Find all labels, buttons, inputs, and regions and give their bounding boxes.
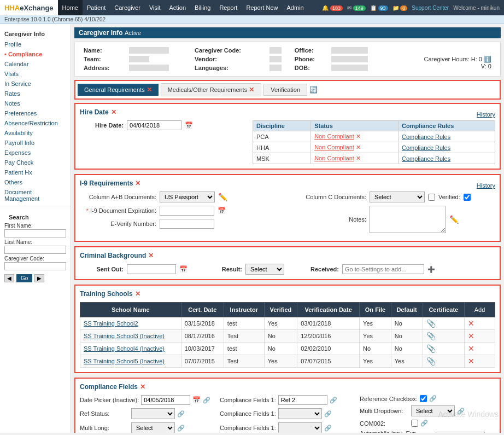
todos-badge[interactable]: 📋 93 [370, 5, 388, 11]
hire-date-history-link[interactable]: History [477, 111, 495, 118]
compliance-fields-1-input[interactable] [278, 395, 327, 405]
i9-close-icon[interactable]: ✕ [135, 179, 140, 187]
delete-icon-1[interactable]: ✕ [468, 319, 474, 328]
sidebar-item-visits[interactable]: Visits [0, 69, 71, 79]
compliance-fields-1b-select[interactable] [278, 408, 322, 419]
go-button[interactable]: Go [16, 274, 32, 282]
certificate-icon-1[interactable]: 📎 [426, 319, 436, 328]
tab-medicals[interactable]: Medicals/Other Requirements ✕ [161, 83, 262, 96]
hire-date-calendar-icon[interactable]: 📅 [185, 121, 193, 129]
cf1b-info-icon[interactable]: 🔗 [324, 410, 332, 417]
nav-report[interactable]: Report [215, 0, 242, 15]
compliance-fields-1c-select[interactable] [278, 422, 322, 433]
col-ab-edit-icon[interactable]: ✏️ [218, 193, 227, 201]
sidebar-item-calendar[interactable]: Calendar [0, 59, 71, 69]
certificate-icon-4[interactable]: 📎 [426, 357, 436, 366]
date-picker-input[interactable] [141, 395, 190, 405]
verified-checkbox[interactable] [464, 194, 471, 201]
tab-medicals-close[interactable]: ✕ [249, 86, 254, 94]
first-name-input[interactable] [4, 229, 66, 237]
nav-visit[interactable]: Visit [145, 0, 165, 15]
sidebar-item-availability[interactable]: Availability [0, 128, 71, 138]
sidebar-item-compliance[interactable]: • Compliance [0, 49, 71, 59]
table-row: HHA Non Compliant ✕ Compliance Rules [253, 142, 495, 153]
nav-patient[interactable]: Patient [83, 0, 110, 15]
delete-icon-3[interactable]: ✕ [468, 344, 474, 353]
sidebar-item-profile[interactable]: Profile [0, 39, 71, 49]
nav-action[interactable]: Action [165, 0, 190, 15]
sidebar-item-payroll-info[interactable]: Payroll Info [0, 138, 71, 148]
training-schools-close-icon[interactable]: ✕ [135, 290, 140, 298]
cf1-info-icon[interactable]: 🔗 [330, 397, 337, 404]
nav-report-new[interactable]: Report New [242, 0, 282, 15]
nav-home[interactable]: Home [58, 0, 83, 15]
support-link[interactable]: Support Center [412, 5, 449, 11]
date-picker-calendar-icon[interactable]: 📅 [192, 396, 201, 404]
school-link-3[interactable]: SS Training School4 (Inactive) [84, 345, 165, 352]
multi-long-info-icon[interactable]: 🔗 [177, 425, 185, 432]
tab-general-requirements[interactable]: General Requirements ✕ [78, 84, 159, 96]
doc-expiration-calendar-icon[interactable]: 📅 [218, 207, 226, 214]
sidebar-item-expenses[interactable]: Expenses [0, 148, 71, 158]
multi-dropdown-select[interactable]: Select [411, 405, 455, 416]
ref-status-select[interactable] [131, 408, 175, 419]
messages-badge[interactable]: ✉ 149 [347, 5, 366, 11]
notes-textarea[interactable] [370, 206, 446, 233]
sidebar-item-absence-restriction[interactable]: Absence/Restriction [0, 118, 71, 128]
school-link-1[interactable]: SS Training School2 [84, 320, 138, 327]
i9-history-link[interactable]: History [477, 182, 495, 189]
certificate-icon-3[interactable]: 📎 [426, 344, 436, 353]
col-c-checkbox[interactable] [428, 194, 435, 201]
school-link-2[interactable]: SS Training School3 (Inactive) [84, 333, 165, 339]
delete-icon-4[interactable]: ✕ [468, 357, 474, 366]
auto-ins-input[interactable] [436, 432, 485, 433]
last-name-input[interactable] [4, 246, 66, 254]
sidebar-item-in-service[interactable]: In Service [0, 79, 71, 89]
reference-checkbox-info[interactable]: 🔗 [429, 395, 437, 402]
result-select[interactable]: Select Pass Fail Pending [245, 264, 284, 275]
com002-checkbox[interactable] [411, 420, 418, 427]
ref-status-info-icon[interactable]: 🔗 [177, 410, 185, 417]
tab-verification[interactable]: Verification [263, 84, 307, 96]
tab-general-close[interactable]: ✕ [146, 86, 152, 94]
doc-expiration-input[interactable] [160, 206, 214, 216]
notification-badge[interactable]: 🔔 183 [322, 5, 343, 11]
hire-date-close-icon[interactable]: ✕ [111, 108, 116, 116]
criminal-bg-close-icon[interactable]: ✕ [148, 252, 154, 259]
sent-out-calendar-icon[interactable]: 📅 [179, 265, 187, 273]
sidebar-item-document-management[interactable]: Document Management [0, 187, 71, 204]
nav-caregiver[interactable]: Caregiver [110, 0, 145, 15]
sidebar-item-others[interactable]: Others [0, 177, 71, 187]
school-link-4[interactable]: SS Training School5 (Inactive) [84, 358, 165, 364]
e-verify-input[interactable] [160, 219, 214, 229]
sent-out-input[interactable] [127, 264, 176, 274]
sidebar-item-rates[interactable]: Rates [0, 89, 71, 98]
com002-info[interactable]: 🔗 [420, 420, 428, 427]
sidebar-item-pay-check[interactable]: Pay Check [0, 158, 71, 167]
sidebar-item-notes[interactable]: Notes [0, 98, 71, 108]
sidebar-item-preferences[interactable]: Preferences [0, 108, 71, 118]
multi-dropdown-info[interactable]: 🔗 [457, 408, 465, 415]
col-c-select[interactable]: Select US Passport Driver License [370, 192, 425, 202]
delete-icon-2[interactable]: ✕ [468, 332, 474, 340]
refresh-icon[interactable]: 🔄 [309, 86, 318, 94]
prev-button[interactable]: ◀ [4, 274, 14, 282]
add-school-button[interactable]: Add [470, 305, 490, 315]
notes-edit-icon[interactable]: ✏️ [449, 215, 459, 224]
date-picker-info-icon[interactable]: 🔗 [203, 397, 210, 404]
caregiver-code-input[interactable] [4, 262, 66, 270]
col-ab-select[interactable]: US Passport Select Driver License [160, 192, 215, 202]
compliance-fields-close-icon[interactable]: ✕ [140, 383, 145, 391]
multi-long-select[interactable]: Select [131, 422, 175, 433]
received-input[interactable] [342, 264, 424, 274]
cf1c-info-icon[interactable]: 🔗 [324, 425, 332, 432]
sidebar-item-patient-hx[interactable]: Patient Hx [0, 167, 71, 177]
next-button[interactable]: ▶ [34, 274, 44, 282]
hire-date-input[interactable] [127, 120, 181, 130]
received-add-icon[interactable]: ➕ [427, 266, 435, 273]
open-cases-badge[interactable]: 📁 0 [392, 5, 408, 11]
nav-admin[interactable]: Admin [283, 0, 308, 15]
certificate-icon-2[interactable]: 📎 [426, 332, 436, 340]
nav-billing[interactable]: Billing [190, 0, 215, 15]
reference-checkbox[interactable] [420, 395, 427, 402]
